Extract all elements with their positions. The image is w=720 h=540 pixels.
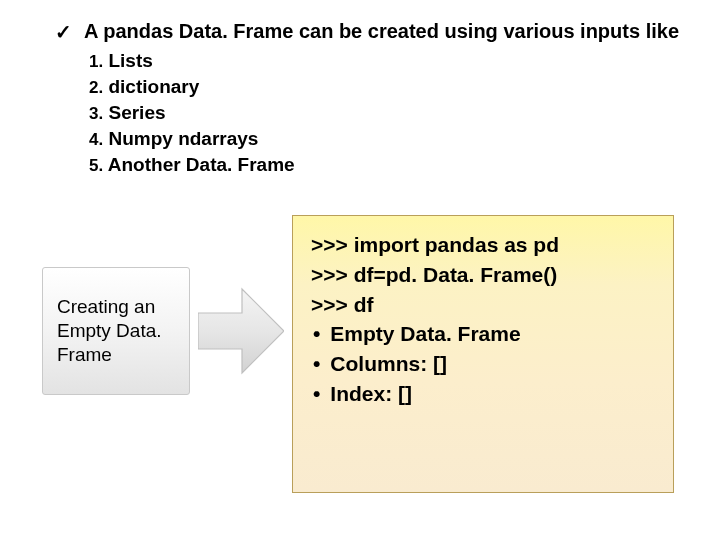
list-item: 1. Lists [89, 48, 680, 74]
bullet-dot-icon: • [313, 379, 320, 409]
list-item: 4. Numpy ndarrays [89, 126, 680, 152]
code-line: >>> df [311, 290, 655, 320]
lower-section: Creating an Empty Data. Frame >>> import… [0, 215, 720, 535]
checkmark-icon: ✓ [55, 20, 72, 44]
list-item: 3. Series [89, 100, 680, 126]
left-callout-box: Creating an Empty Data. Frame [42, 267, 190, 395]
code-line: >>> import pandas as pd [311, 230, 655, 260]
left-callout-text: Creating an Empty Data. Frame [57, 295, 179, 366]
list-item: 5. Another Data. Frame [89, 152, 680, 178]
code-box: >>> import pandas as pd >>> df=pd. Data.… [292, 215, 674, 493]
intro-bullet: ✓ A pandas Data. Frame can be created us… [55, 18, 680, 44]
arrow-right-icon [198, 283, 284, 379]
top-section: ✓ A pandas Data. Frame can be created us… [0, 0, 720, 178]
code-bullet: •Columns: [] [311, 349, 655, 379]
list-item: 2. dictionary [89, 74, 680, 100]
code-line: >>> df=pd. Data. Frame() [311, 260, 655, 290]
code-bullet: •Empty Data. Frame [311, 319, 655, 349]
bullet-dot-icon: • [313, 349, 320, 379]
bullet-dot-icon: • [313, 319, 320, 349]
code-bullet: •Index: [] [311, 379, 655, 409]
svg-marker-0 [198, 289, 284, 373]
input-list: 1. Lists 2. dictionary 3. Series 4. Nump… [89, 48, 680, 178]
intro-text: A pandas Data. Frame can be created usin… [84, 18, 679, 44]
